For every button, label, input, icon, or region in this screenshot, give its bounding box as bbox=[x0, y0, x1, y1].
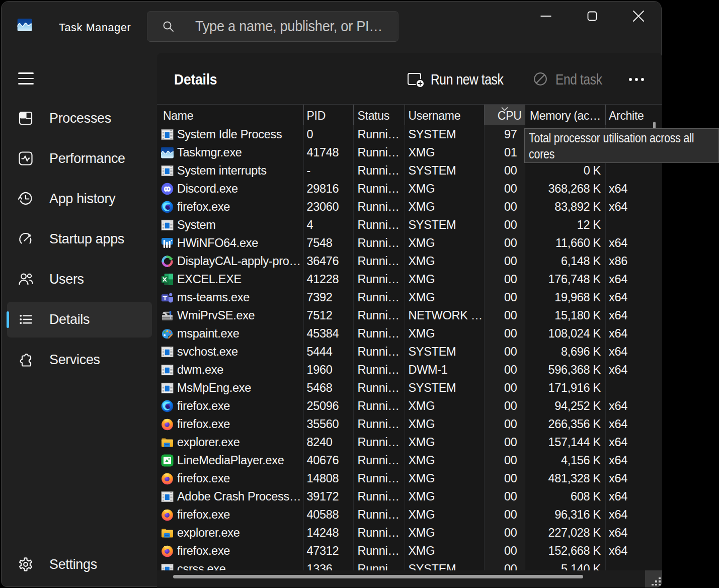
maximize-button[interactable] bbox=[581, 7, 604, 26]
task-manager-window: Task Manager Type a name, publisher, or … bbox=[1, 1, 662, 587]
table-row[interactable]: dwm.exe 1960 Runni… DWM-1 00 596,368 K x… bbox=[157, 361, 662, 379]
cell-username: NETWORK … bbox=[405, 306, 485, 324]
cell-name: mspaint.exe bbox=[157, 324, 303, 343]
process-name: ms-teams.exe bbox=[177, 291, 250, 304]
table-row[interactable]: Adobe Crash Process… 39172 Runni… XMG 00… bbox=[157, 487, 662, 506]
run-new-task-icon bbox=[407, 71, 424, 88]
cell-name: EXCEL.EXE bbox=[157, 270, 303, 288]
performance-icon bbox=[17, 150, 34, 167]
sidebar-item-settings[interactable]: Settings bbox=[7, 547, 152, 582]
cell-cpu: 00 bbox=[484, 180, 525, 198]
cell-architecture: x64 bbox=[605, 361, 662, 379]
table-row[interactable]: mspaint.exe 45384 Runni… XMG 00 108,024 … bbox=[157, 324, 662, 343]
cell-name: explorer.exe bbox=[157, 433, 303, 451]
process-icon bbox=[161, 382, 174, 394]
horizontal-scrollbar-thumb[interactable] bbox=[173, 575, 583, 578]
column-header-status[interactable]: Status bbox=[353, 105, 405, 125]
process-icon bbox=[161, 309, 174, 322]
navigation-menu-button[interactable] bbox=[14, 67, 38, 90]
cell-status: Runni… bbox=[353, 198, 405, 216]
process-icon bbox=[161, 400, 174, 412]
table-row[interactable]: System interrupts - Runni… SYSTEM 00 0 K bbox=[157, 161, 662, 180]
column-header-pid[interactable]: PID bbox=[303, 105, 354, 125]
table-row[interactable]: csrss.exe 1336 Runni… SYSTEM 00 5,140 K bbox=[157, 560, 662, 570]
page-title: Details bbox=[174, 71, 217, 88]
cell-pid: 5444 bbox=[303, 343, 354, 361]
process-name: System bbox=[177, 218, 216, 232]
sidebar-item-app-history[interactable]: App history bbox=[7, 181, 152, 217]
minimize-button[interactable] bbox=[534, 7, 557, 26]
column-header-username[interactable]: Username bbox=[405, 105, 485, 125]
cell-status: Runni… bbox=[353, 397, 405, 415]
table-row[interactable]: WmiPrvSE.exe 7512 Runni… NETWORK … 00 15… bbox=[157, 306, 662, 324]
cell-architecture bbox=[605, 161, 662, 180]
table-row[interactable]: firefox.exe 14808 Runni… XMG 00 481,328 … bbox=[157, 469, 662, 487]
vertical-scrollbar-thumb[interactable] bbox=[653, 122, 656, 129]
cell-pid: 1336 bbox=[303, 560, 354, 570]
sidebar-item-details[interactable]: Details bbox=[7, 302, 152, 338]
table-row[interactable]: Discord.exe 29816 Runni… XMG 00 368,268 … bbox=[157, 180, 662, 198]
table-row[interactable]: firefox.exe 47312 Runni… XMG 00 152,668 … bbox=[157, 542, 662, 560]
cell-name: svchost.exe bbox=[157, 343, 303, 361]
cell-pid: 41748 bbox=[303, 143, 354, 161]
details-icon bbox=[17, 311, 34, 328]
table-row[interactable]: ms-teams.exe 7392 Runni… XMG 00 19,968 K… bbox=[157, 288, 662, 306]
cell-name: firefox.exe bbox=[157, 415, 303, 433]
firefox-orange-icon bbox=[161, 545, 174, 557]
more-options-button[interactable] bbox=[622, 65, 651, 94]
sidebar-item-services[interactable]: Services bbox=[7, 342, 152, 378]
cell-cpu: 00 bbox=[484, 487, 525, 506]
column-header-name[interactable]: Name bbox=[157, 105, 303, 125]
toolbar-divider bbox=[518, 65, 518, 94]
cell-cpu: 00 bbox=[484, 270, 525, 288]
process-name: firefox.exe bbox=[177, 544, 230, 558]
table-row[interactable]: firefox.exe 25096 Runni… XMG 00 94,252 K… bbox=[157, 397, 662, 415]
close-button[interactable] bbox=[627, 7, 650, 26]
cell-username: SYSTEM bbox=[405, 216, 485, 234]
sort-descending-icon bbox=[501, 107, 509, 111]
process-name: csrss.exe bbox=[177, 562, 226, 571]
cell-pid: 14248 bbox=[303, 524, 354, 542]
cell-status: Runni… bbox=[353, 415, 405, 433]
table-row[interactable]: svchost.exe 5444 Runni… SYSTEM 00 8,696 … bbox=[157, 343, 662, 361]
run-new-task-button[interactable]: Run new task bbox=[407, 65, 517, 94]
table-row[interactable]: explorer.exe 8240 Runni… XMG 00 157,144 … bbox=[157, 433, 662, 451]
cell-architecture: x64 bbox=[605, 506, 662, 524]
cell-name: System interrupts bbox=[157, 161, 303, 180]
sidebar-item-label: Details bbox=[49, 311, 90, 327]
cell-pid: 39172 bbox=[303, 487, 354, 506]
table-row[interactable]: firefox.exe 23060 Runni… XMG 00 83,892 K… bbox=[157, 198, 662, 216]
teams-icon bbox=[161, 291, 174, 304]
cell-cpu: 00 bbox=[484, 324, 525, 343]
sidebar-item-users[interactable]: Users bbox=[7, 262, 152, 297]
table-row[interactable]: LineMediaPlayer.exe 40676 Runni… XMG 00 … bbox=[157, 451, 662, 469]
search-input[interactable]: Type a name, publisher, or PI… bbox=[147, 11, 398, 42]
cell-name: System bbox=[157, 216, 303, 234]
column-header-cpu[interactable]: CPU bbox=[484, 105, 525, 125]
displaycal-icon bbox=[161, 255, 174, 268]
sidebar-item-startup-apps[interactable]: Startup apps bbox=[7, 221, 152, 257]
table-row[interactable]: explorer.exe 14248 Runni… XMG 00 227,028… bbox=[157, 524, 662, 542]
table-row[interactable]: DisplayCAL-apply-pro… 36476 Runni… XMG 0… bbox=[157, 252, 662, 270]
cell-architecture bbox=[605, 379, 662, 397]
table-row[interactable]: EXCEL.EXE 41228 Runni… XMG 00 176,748 K … bbox=[157, 270, 662, 288]
cell-pid: 14808 bbox=[303, 469, 354, 487]
resize-grip[interactable] bbox=[645, 570, 662, 587]
run-new-task-label: Run new task bbox=[431, 71, 503, 88]
column-header-memory[interactable]: Memory (ac… bbox=[525, 105, 606, 125]
table-row[interactable]: MsMpEng.exe 5468 Runni… SYSTEM 00 171,91… bbox=[157, 379, 662, 397]
firefox-orange-icon bbox=[161, 472, 174, 485]
folder-icon bbox=[161, 527, 174, 539]
table-row[interactable]: firefox.exe 35560 Runni… XMG 00 266,356 … bbox=[157, 415, 662, 433]
cell-status: Runni… bbox=[353, 143, 405, 161]
discord-icon bbox=[161, 183, 174, 195]
sidebar-item-performance[interactable]: Performance bbox=[7, 141, 152, 177]
sidebar-item-processes[interactable]: Processes bbox=[7, 101, 152, 136]
table-row[interactable]: HWiNFO64.exe 7548 Runni… XMG 00 11,660 K… bbox=[157, 234, 662, 252]
table-row[interactable]: firefox.exe 40588 Runni… XMG 00 96,316 K… bbox=[157, 506, 662, 524]
excel-icon bbox=[161, 273, 174, 286]
cell-pid: 36476 bbox=[303, 252, 354, 270]
table-row[interactable]: System 4 Runni… SYSTEM 00 12 K bbox=[157, 216, 662, 234]
end-task-button[interactable]: End task bbox=[532, 65, 611, 94]
cell-username: XMG bbox=[405, 270, 485, 288]
